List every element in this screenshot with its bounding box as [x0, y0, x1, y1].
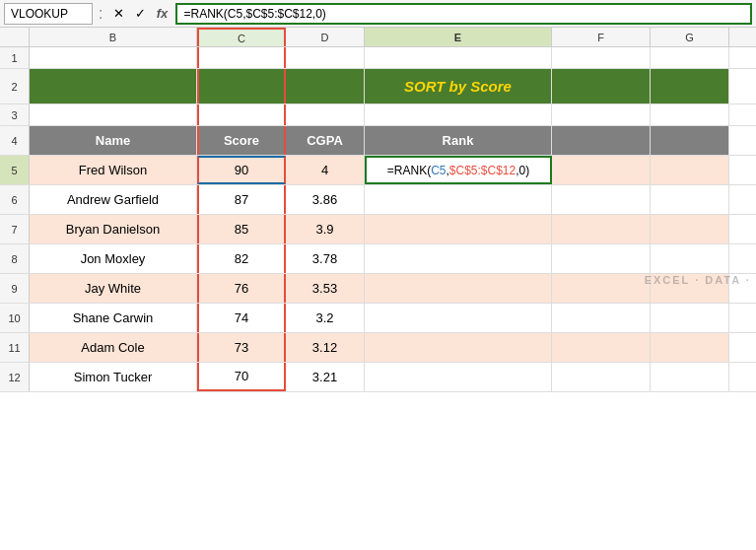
cell-e7[interactable] [365, 215, 552, 243]
name-box[interactable]: VLOOKUP [4, 3, 93, 25]
row-header-4[interactable]: 4 [0, 126, 30, 155]
cell-e9[interactable] [365, 274, 552, 303]
cell-b3[interactable] [30, 104, 197, 125]
cell-g4[interactable] [651, 126, 729, 155]
col-header-f[interactable]: F [552, 28, 651, 46]
cell-b4[interactable]: Name [30, 126, 197, 155]
row-2: 2 SORT by Score [0, 69, 756, 104]
cell-d7[interactable]: 3.9 [286, 215, 365, 243]
col-header-e[interactable]: E [365, 28, 552, 46]
cell-f11[interactable] [552, 333, 651, 362]
cell-f4[interactable] [552, 126, 651, 155]
cell-f12[interactable] [552, 363, 651, 391]
row-12: 12 Simon Tucker 70 3.21 [0, 363, 756, 392]
cell-g9[interactable] [651, 274, 729, 303]
cell-b9[interactable]: Jay White [30, 274, 197, 303]
cell-e3[interactable] [365, 104, 552, 125]
cell-b10[interactable]: Shane Carwin [30, 304, 197, 332]
cell-c4[interactable]: Score [197, 126, 286, 155]
cell-g1[interactable] [651, 47, 729, 68]
cell-g8[interactable] [651, 244, 729, 273]
cell-d11[interactable]: 3.12 [286, 333, 365, 362]
cell-d12[interactable]: 3.21 [286, 363, 365, 391]
cell-b8[interactable]: Jon Moxley [30, 244, 197, 273]
cell-g11[interactable] [651, 333, 729, 362]
cell-e2[interactable]: SORT by Score [365, 69, 552, 103]
cell-c11[interactable]: 73 [197, 333, 286, 362]
col-header-d[interactable]: D [286, 28, 365, 46]
cell-g3[interactable] [651, 104, 729, 125]
cell-b2[interactable] [30, 69, 197, 103]
cell-c10[interactable]: 74 [197, 304, 286, 332]
cell-g6[interactable] [651, 185, 729, 214]
cell-f1[interactable] [552, 47, 651, 68]
formula-input[interactable] [175, 3, 752, 25]
cell-b5[interactable]: Fred Wilson [30, 156, 197, 184]
cell-e11[interactable] [365, 333, 552, 362]
cell-g12[interactable] [651, 363, 729, 391]
row-header-12[interactable]: 12 [0, 363, 30, 391]
cell-c9[interactable]: 76 [197, 274, 286, 303]
cell-c7[interactable]: 85 [197, 215, 286, 243]
col-header-b[interactable]: B [30, 28, 197, 46]
cell-e10[interactable] [365, 304, 552, 332]
cancel-icon[interactable]: ✕ [108, 4, 128, 24]
row-1: 1 [0, 47, 756, 69]
cell-d2[interactable] [286, 69, 365, 103]
cell-f2[interactable] [552, 69, 651, 103]
cell-d9[interactable]: 3.53 [286, 274, 365, 303]
row-header-10[interactable]: 10 [0, 304, 30, 332]
cell-b11[interactable]: Adam Cole [30, 333, 197, 362]
col-header-c[interactable]: C [197, 28, 286, 46]
cell-e4[interactable]: Rank [365, 126, 552, 155]
row-header-8[interactable]: 8 [0, 244, 30, 273]
row-header-11[interactable]: 11 [0, 333, 30, 362]
row-header-7[interactable]: 7 [0, 215, 30, 243]
function-icon[interactable]: fx [152, 4, 172, 24]
cell-d1[interactable] [286, 47, 365, 68]
cell-d5[interactable]: 4 [286, 156, 365, 184]
cell-e5[interactable]: =RANK(C5,$C$5:$C$12,0) [365, 156, 552, 184]
cell-e6[interactable] [365, 185, 552, 214]
cell-c12[interactable]: 70 [197, 363, 286, 391]
cell-d10[interactable]: 3.2 [286, 304, 365, 332]
row-header-5[interactable]: 5 [0, 156, 30, 184]
cell-f8[interactable] [552, 244, 651, 273]
cell-c3[interactable] [197, 104, 286, 125]
formula-display: =RANK(C5,$C$5:$C$12,0) [387, 164, 529, 177]
cell-d3[interactable] [286, 104, 365, 125]
cell-c5[interactable]: 90 [197, 156, 286, 184]
col-header-g[interactable]: G [651, 28, 729, 46]
cell-g7[interactable] [651, 215, 729, 243]
row-header-1[interactable]: 1 [0, 47, 30, 68]
cell-c1[interactable] [197, 47, 286, 68]
confirm-icon[interactable]: ✓ [130, 4, 150, 24]
cell-e1[interactable] [365, 47, 552, 68]
cell-b7[interactable]: Bryan Danielson [30, 215, 197, 243]
cell-f10[interactable] [552, 304, 651, 332]
row-header-9[interactable]: 9 [0, 274, 30, 303]
cell-f3[interactable] [552, 104, 651, 125]
cell-d6[interactable]: 3.86 [286, 185, 365, 214]
row-header-2[interactable]: 2 [0, 69, 30, 103]
cell-c6[interactable]: 87 [197, 185, 286, 214]
cell-g10[interactable] [651, 304, 729, 332]
cell-e8[interactable] [365, 244, 552, 273]
row-header-6[interactable]: 6 [0, 185, 30, 214]
cell-d8[interactable]: 3.78 [286, 244, 365, 273]
cell-c2[interactable] [197, 69, 286, 103]
cell-g5[interactable] [651, 156, 729, 184]
cell-f6[interactable] [552, 185, 651, 214]
cell-f9[interactable] [552, 274, 651, 303]
cell-b1[interactable] [30, 47, 197, 68]
cell-f7[interactable] [552, 215, 651, 243]
cell-g2[interactable] [651, 69, 729, 103]
row-header-3[interactable]: 3 [0, 104, 30, 125]
cell-d4[interactable]: CGPA [286, 126, 365, 155]
cell-f5[interactable] [552, 156, 651, 184]
row-8: 8 Jon Moxley 82 3.78 [0, 244, 756, 274]
cell-e12[interactable] [365, 363, 552, 391]
cell-b12[interactable]: Simon Tucker [30, 363, 197, 391]
cell-b6[interactable]: Andrew Garfield [30, 185, 197, 214]
cell-c8[interactable]: 82 [197, 244, 286, 273]
